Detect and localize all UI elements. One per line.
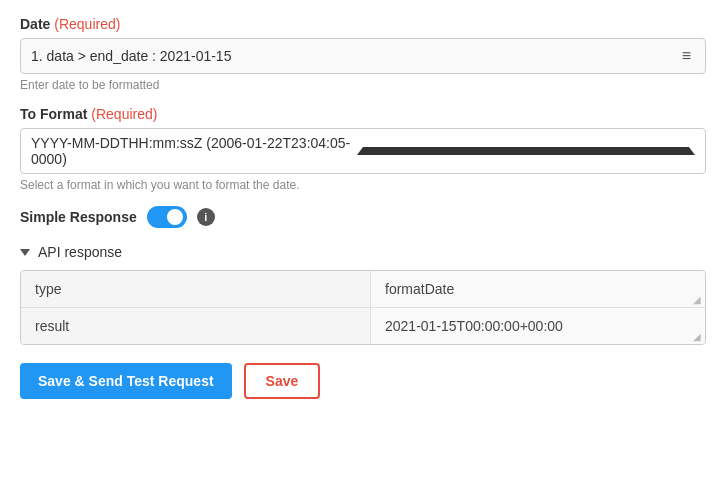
chevron-down-icon[interactable] (20, 249, 30, 256)
table-row: result 2021-01-15T00:00:00+00:00 ◢ (21, 308, 705, 344)
to-format-required: (Required) (91, 106, 157, 122)
api-value-result: 2021-01-15T00:00:00+00:00 ◢ (371, 308, 705, 344)
table-row: type formatDate ◢ (21, 271, 705, 308)
api-value-type: formatDate ◢ (371, 271, 705, 307)
simple-response-label: Simple Response (20, 209, 137, 225)
save-button[interactable]: Save (244, 363, 321, 399)
date-label: Date (Required) (20, 16, 706, 32)
api-response-title: API response (38, 244, 122, 260)
to-format-hint: Select a format in which you want to for… (20, 178, 706, 192)
to-format-label: To Format (Required) (20, 106, 706, 122)
date-required: (Required) (54, 16, 120, 32)
button-row: Save & Send Test Request Save (20, 363, 706, 399)
api-key-type: type (21, 271, 371, 307)
api-response-header: API response (20, 244, 706, 260)
api-key-result: result (21, 308, 371, 344)
date-value: 1. data > end_date : 2021-01-15 (31, 48, 678, 64)
date-hint: Enter date to be formatted (20, 78, 706, 92)
chevron-up-icon (357, 147, 695, 155)
to-format-select[interactable]: YYYY-MM-DDTHH:mm:ssZ (2006-01-22T23:04:0… (20, 128, 706, 174)
simple-response-row: Simple Response i (20, 206, 706, 228)
simple-response-toggle[interactable] (147, 206, 187, 228)
date-menu-icon[interactable]: ≡ (678, 45, 695, 67)
date-input-row[interactable]: 1. data > end_date : 2021-01-15 ≡ (20, 38, 706, 74)
resize-handle-1: ◢ (693, 294, 701, 305)
date-section: Date (Required) 1. data > end_date : 202… (20, 16, 706, 92)
to-format-section: To Format (Required) YYYY-MM-DDTHH:mm:ss… (20, 106, 706, 192)
info-icon[interactable]: i (197, 208, 215, 226)
resize-handle-2: ◢ (693, 331, 701, 342)
save-send-button[interactable]: Save & Send Test Request (20, 363, 232, 399)
to-format-value: YYYY-MM-DDTHH:mm:ssZ (2006-01-22T23:04:0… (31, 135, 357, 167)
api-response-table: type formatDate ◢ result 2021-01-15T00:0… (20, 270, 706, 345)
api-response-section: API response type formatDate ◢ result 20… (20, 244, 706, 345)
